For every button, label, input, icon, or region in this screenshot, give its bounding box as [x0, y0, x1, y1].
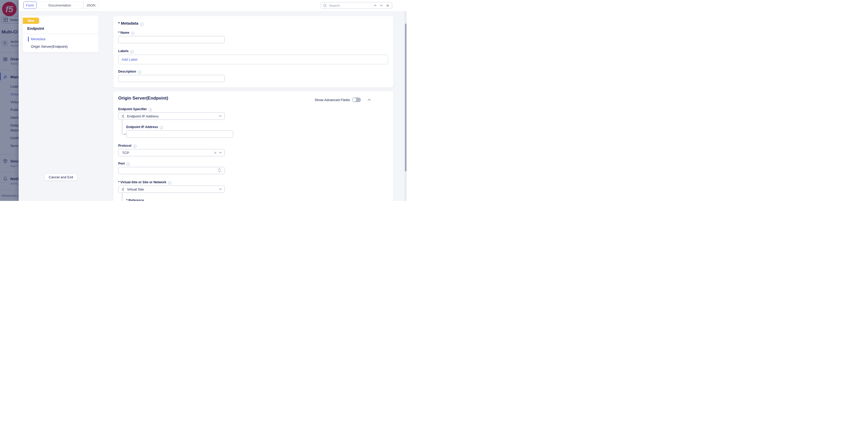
step-metadata[interactable]: Metadata: [31, 37, 45, 41]
step-origin-server[interactable]: Origin Server(Endpoint): [31, 44, 68, 49]
chevron-down-icon: [219, 152, 222, 154]
modal-header: Form Documentation JSON: [19, 0, 406, 11]
port-label: Porti: [118, 162, 130, 166]
modal-backdrop[interactable]: [0, 0, 19, 201]
specifier-connector-dot: [124, 133, 126, 135]
name-field-label: * Namei: [118, 31, 134, 35]
endpoint-specifier-value: Endpoint IP Address: [127, 114, 217, 118]
search-box: [321, 2, 392, 9]
view-tabs: Form Documentation JSON: [23, 2, 98, 9]
virtual-site-dropdown[interactable]: Virtual Site: [118, 186, 225, 193]
wizard-divider: [23, 34, 98, 34]
protocol-label: Protocoli: [118, 144, 136, 148]
metadata-info-icon[interactable]: i: [140, 23, 144, 26]
labels-field-label: Labelsi: [118, 49, 134, 53]
stepper-down-icon[interactable]: [218, 170, 221, 173]
tab-documentation[interactable]: Documentation: [36, 2, 84, 9]
endpoint-ip-label: Endpoint IP Addressi: [126, 125, 163, 129]
virtual-site-value: Virtual Site: [127, 187, 217, 191]
name-info-icon[interactable]: i: [131, 32, 134, 35]
port-info-icon[interactable]: i: [126, 162, 130, 166]
chevron-down-icon: [219, 115, 222, 117]
endpoint-ip-input[interactable]: [126, 130, 233, 137]
endpoint-ip-info-icon[interactable]: i: [160, 126, 163, 129]
protocol-info-icon[interactable]: i: [133, 145, 136, 148]
current-step-indicator: [28, 36, 29, 42]
endpoint-specifier-info-icon[interactable]: i: [149, 108, 152, 112]
search-close-button[interactable]: [385, 3, 390, 8]
protocol-dropdown[interactable]: TCP: [118, 149, 225, 156]
search-input[interactable]: [329, 3, 369, 8]
endpoint-specifier-dropdown[interactable]: Endpoint IP Address: [118, 113, 225, 120]
virtual-site-label: * Virtual-Site or Site or Networki: [118, 180, 172, 185]
show-advanced-fields-toggle[interactable]: [352, 97, 361, 102]
one-of-branch-icon: [121, 187, 125, 191]
endpoint-specifier-label: Endpoint Specifieri: [118, 107, 152, 112]
tab-form[interactable]: Form: [23, 2, 36, 9]
search-next-button[interactable]: [379, 3, 384, 8]
port-stepper: [218, 168, 221, 173]
labels-info-icon[interactable]: i: [130, 50, 134, 53]
wizard-divider-notch: [30, 32, 33, 35]
description-info-icon[interactable]: i: [138, 70, 141, 74]
show-advanced-fields-label: Show Advanced Fields: [314, 98, 350, 102]
metadata-section-title: * Metadatai: [118, 21, 144, 26]
search-prev-button[interactable]: [373, 3, 377, 8]
modal-scrollbar-thumb[interactable]: [405, 24, 406, 171]
cancel-and-exit-button[interactable]: Cancel and Exit: [44, 174, 77, 181]
description-field-label: Descriptioni: [118, 70, 141, 74]
virtual-site-connector-line: [122, 193, 122, 201]
wizard-title: Endpoint: [27, 26, 44, 31]
search-divider: [371, 3, 371, 7]
description-input[interactable]: [118, 75, 225, 82]
specifier-connector-line: [122, 120, 122, 134]
labels-box[interactable]: Add Label: [118, 55, 388, 64]
specifier-connector-elbow: [122, 134, 124, 134]
origin-server-section-card: Origin Server(Endpoint) Show Advanced Fi…: [113, 91, 393, 201]
collapse-section-chevron[interactable]: [367, 98, 371, 101]
add-label-button[interactable]: Add Label: [122, 58, 137, 61]
protocol-value: TCP: [121, 151, 212, 155]
modal-scrollbar-track[interactable]: [405, 11, 406, 201]
metadata-section-card: * Metadatai * Namei Labelsi Add Label De…: [113, 16, 393, 88]
stepper-up-icon[interactable]: [218, 168, 221, 170]
port-input[interactable]: [118, 167, 225, 174]
app-screen: f5 Select Multi-Cl T techo Name Over App…: [0, 0, 406, 201]
clear-selection-icon[interactable]: [214, 151, 217, 154]
reference-label: * Reference: [126, 198, 144, 201]
one-of-branch-icon: [121, 114, 125, 118]
search-icon: [323, 4, 327, 7]
tab-json[interactable]: JSON: [84, 2, 98, 9]
name-input[interactable]: [118, 36, 225, 43]
origin-section-title: Origin Server(Endpoint): [118, 96, 168, 101]
endpoint-modal: Form Documentation JSON: [19, 0, 406, 201]
new-badge: New: [23, 18, 39, 24]
chevron-down-icon: [219, 188, 222, 190]
wizard-card: New Endpoint Metadata Origin Server(Endp…: [23, 16, 98, 52]
virtual-site-info-icon[interactable]: i: [168, 181, 172, 185]
